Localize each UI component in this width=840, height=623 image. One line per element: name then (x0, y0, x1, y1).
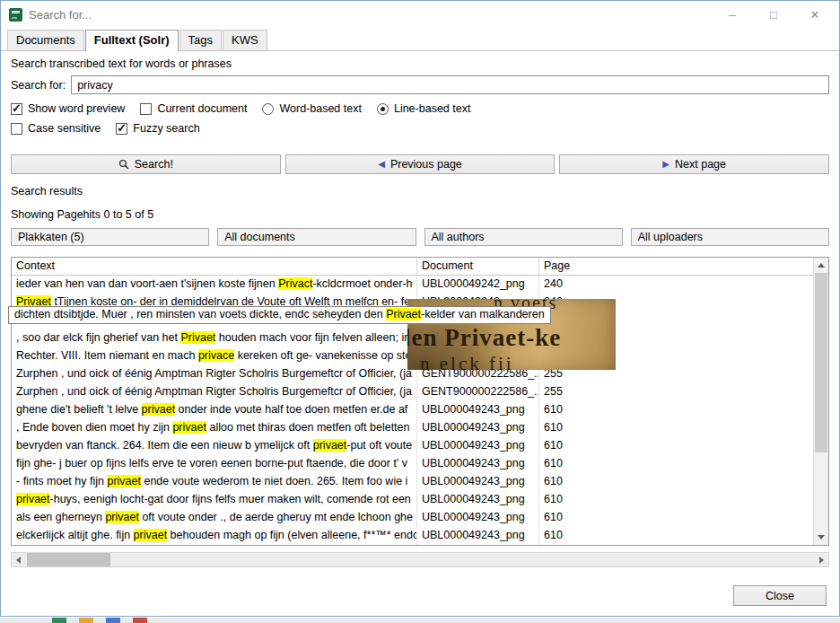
page-cell: 610 (539, 401, 813, 419)
next-page-label: Next page (675, 158, 726, 171)
context-cell: bevryden van ftanck. 264. Item die een n… (12, 437, 417, 455)
result-row[interactable]: fijn ghe- j buer op fijns lelfs erve te … (12, 455, 813, 473)
document-cell: GENT900000222586_... (417, 383, 539, 401)
page-cell: 610 (539, 419, 813, 437)
taskbar-icon[interactable] (52, 618, 66, 623)
filter-all-authors[interactable]: All authors (424, 228, 623, 246)
search-results-label: Search results (11, 185, 829, 197)
scroll-right-arrow-icon[interactable] (813, 553, 828, 566)
checkbox-case-sensitive[interactable]: Case sensitive (11, 122, 101, 135)
option-label: Case sensitive (28, 122, 101, 135)
checkbox-fuzzy-search[interactable]: Fuzzy search (116, 122, 199, 135)
checkbox-indicator[interactable] (140, 103, 152, 115)
column-header-context[interactable]: Context (12, 258, 417, 275)
result-row[interactable]: - fints moet hy fijn privaet ende voute … (12, 473, 813, 491)
context-cell: Zurphen , und oick of éénig Amptman Rigt… (12, 383, 417, 401)
options-row-1: Show word previewCurrent documentWord-ba… (11, 102, 829, 115)
word-preview-tooltip: dichten dtsibtjde. Muer , ren minsten va… (8, 306, 551, 324)
context-cell: ieder van hen van dan voort-aen t'sijnen… (12, 276, 417, 294)
search-window: Search for... – □ ✕ DocumentsFulltext (S… (0, 0, 840, 617)
filter-all-uploaders[interactable]: All uploaders (631, 228, 829, 246)
checkbox-indicator[interactable] (11, 123, 22, 135)
maximize-icon[interactable]: □ (765, 8, 783, 22)
context-cell: als een gherneyn privaet oft voute onder… (12, 509, 417, 527)
result-row[interactable]: als een gherneyn privaet oft voute onder… (12, 509, 813, 527)
option-label: Show word preview (28, 102, 125, 115)
next-arrow-icon: ▶ (662, 160, 669, 169)
document-cell: UBL000049243_png (417, 509, 539, 527)
result-row[interactable]: elckerlijck altijt ghe. fijn privaet beh… (12, 527, 813, 545)
option-label: Fuzzy search (133, 122, 199, 135)
context-cell: privaet-huys, eenigh locht-gat door fijn… (12, 491, 417, 509)
radio-word-based-text[interactable]: Word-based text (262, 102, 361, 115)
previous-page-button[interactable]: ◀ Previous page (285, 154, 556, 174)
column-header-page[interactable]: Page (539, 258, 813, 275)
checkbox-indicator[interactable] (116, 123, 127, 135)
radio-line-based-text[interactable]: Line-based text (377, 102, 470, 115)
result-row[interactable]: , Ende boven dien moet hy zijn privaet a… (12, 419, 813, 437)
document-cell: UBL000049243_png (417, 473, 539, 491)
taskbar-icon[interactable] (79, 618, 93, 623)
result-row[interactable]: bevryden van ftanck. 264. Item die een n… (12, 437, 813, 455)
checkbox-current-document[interactable]: Current document (140, 102, 247, 115)
previous-page-label: Previous page (390, 158, 462, 171)
context-cell: Zurphen , und oick of éénig Amptman Rigt… (12, 365, 417, 383)
filter-plakkaten-5[interactable]: Plakkaten (5) (11, 228, 209, 246)
document-cell: UBL000049243_png (417, 455, 539, 473)
filters-row: Plakkaten (5)All documentsAll authorsAll… (11, 228, 829, 246)
context-cell: ghene die't belieft 't lelve privaet ond… (12, 401, 417, 419)
document-cell: UBL000049242_png (417, 276, 539, 294)
search-row: Search for: (11, 75, 829, 94)
minimize-icon[interactable]: – (723, 8, 741, 22)
checkbox-show-word-preview[interactable]: Show word preview (11, 102, 125, 115)
radio-indicator[interactable] (262, 103, 274, 115)
scroll-left-arrow-icon[interactable] (12, 553, 27, 566)
taskbar-icon[interactable] (106, 618, 120, 623)
option-label: Current document (157, 102, 247, 115)
preview-text-line: n elck fii (420, 353, 514, 370)
result-row[interactable]: Zurphen , und oick of éénig Amptman Rigt… (12, 383, 813, 401)
tab-kws[interactable]: KWS (223, 30, 267, 50)
page-cell: 255 (539, 383, 813, 401)
document-cell: UBL000049243_png (417, 437, 539, 455)
document-cell: UBL000049243_png (417, 401, 539, 419)
horizontal-scrollbar-thumb[interactable] (27, 553, 110, 566)
column-header-document[interactable]: Document (417, 258, 539, 275)
horizontal-scrollbar[interactable] (11, 552, 829, 567)
page-cell: 610 (539, 527, 813, 545)
filter-all-documents[interactable]: All documents (217, 228, 416, 246)
tab-documents[interactable]: Documents (7, 30, 84, 50)
vertical-scrollbar[interactable] (813, 258, 828, 545)
options-row-2: Case sensitiveFuzzy search (11, 122, 829, 135)
scroll-down-arrow-icon[interactable] (814, 530, 828, 545)
next-page-button[interactable]: ▶ Next page (559, 154, 829, 174)
tab-tags[interactable]: Tags (179, 30, 222, 50)
document-cell: UBL000049243_png (417, 491, 539, 509)
search-icon (118, 159, 129, 170)
page-cell: 610 (539, 473, 813, 491)
close-icon[interactable]: ✕ (806, 8, 824, 22)
radio-indicator[interactable] (377, 103, 389, 115)
search-description: Search transcribed text for words or phr… (11, 57, 829, 70)
previous-arrow-icon: ◀ (378, 160, 385, 169)
search-for-label: Search for: (11, 79, 66, 92)
vertical-scrollbar-thumb[interactable] (815, 273, 827, 452)
result-row[interactable]: ieder van hen van dan voort-aen t'sijnen… (12, 276, 813, 294)
search-input[interactable] (71, 75, 829, 94)
page-cell: 610 (539, 455, 813, 473)
taskbar-icon[interactable] (133, 618, 147, 623)
scroll-up-arrow-icon[interactable] (814, 258, 828, 273)
result-row[interactable]: privaet-huys, eenigh locht-gat door fijn… (12, 491, 813, 509)
search-button-label: Search! (135, 158, 173, 171)
tab-fulltext-solr[interactable]: Fulltext (Solr) (85, 30, 179, 51)
search-button[interactable]: Search! (11, 154, 281, 174)
close-button[interactable]: Close (733, 585, 827, 606)
word-preview-tooltip-text: dichten dtsibtjde. Muer , ren minsten va… (14, 308, 545, 320)
context-cell: Rechter. VIII. Item niemant en mach priv… (12, 347, 417, 365)
result-row[interactable]: ghene die't belieft 't lelve privaet ond… (12, 401, 813, 419)
option-label: Line-based text (394, 102, 470, 115)
checkbox-indicator[interactable] (11, 103, 22, 115)
context-cell: , soo dar elck fijn gherief van het Priv… (12, 329, 417, 347)
page-cell: 610 (539, 491, 813, 509)
window-title: Search for... (29, 8, 92, 22)
